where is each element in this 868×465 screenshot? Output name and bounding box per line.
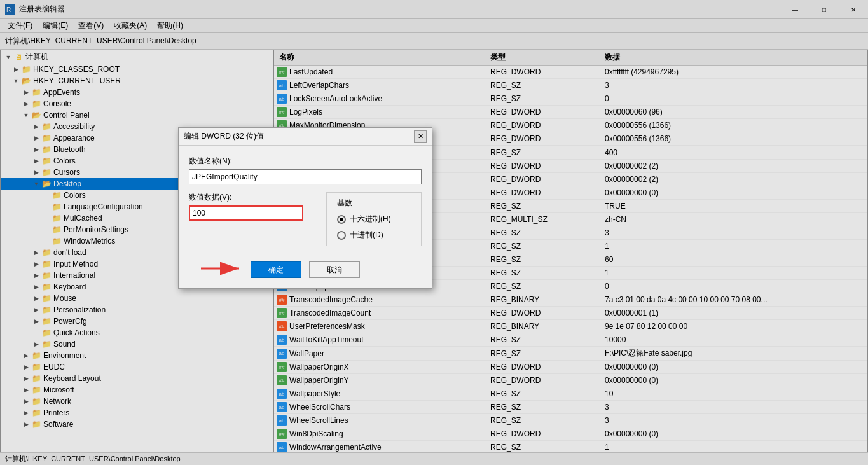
value-data-input[interactable] — [189, 205, 303, 221]
arrow-indicator — [198, 259, 249, 278]
dialog-base-group: 基数 十六进制(H) 十进制(D) — [326, 192, 422, 246]
dialog-footer: 确定 取消 — [179, 256, 432, 288]
dialog-left: 数值数据(V): — [189, 192, 316, 246]
ok-button[interactable]: 确定 — [251, 261, 301, 278]
modal-overlay: 编辑 DWORD (32 位)值 ✕ 数值名称(N): 数值数据(V): 基数 … — [0, 0, 868, 465]
radio-hex-label: 十六进制(H) — [350, 214, 391, 225]
radio-dec-label: 十进制(D) — [350, 230, 383, 240]
radio-hex[interactable]: 十六进制(H) — [337, 214, 411, 225]
value-data-label: 数值数据(V): — [189, 192, 316, 203]
dialog-title: 编辑 DWORD (32 位)值 — [184, 131, 414, 142]
radio-dec[interactable]: 十进制(D) — [337, 230, 411, 240]
dialog-row: 数值数据(V): 基数 十六进制(H) 十进制(D) — [189, 192, 422, 246]
radio-group: 十六进制(H) 十进制(D) — [337, 214, 411, 240]
base-label: 基数 — [337, 198, 411, 209]
edit-dword-dialog: 编辑 DWORD (32 位)值 ✕ 数值名称(N): 数值数据(V): 基数 … — [178, 127, 432, 289]
value-name-input[interactable] — [189, 169, 422, 184]
value-name-label: 数值名称(N): — [189, 156, 422, 167]
dialog-title-bar: 编辑 DWORD (32 位)值 ✕ — [179, 128, 432, 146]
radio-dec-circle — [337, 231, 346, 240]
radio-hex-circle — [337, 215, 346, 224]
dialog-close-button[interactable]: ✕ — [414, 130, 427, 143]
cancel-button[interactable]: 取消 — [309, 261, 360, 278]
dialog-body: 数值名称(N): 数值数据(V): 基数 十六进制(H) — [179, 146, 432, 256]
